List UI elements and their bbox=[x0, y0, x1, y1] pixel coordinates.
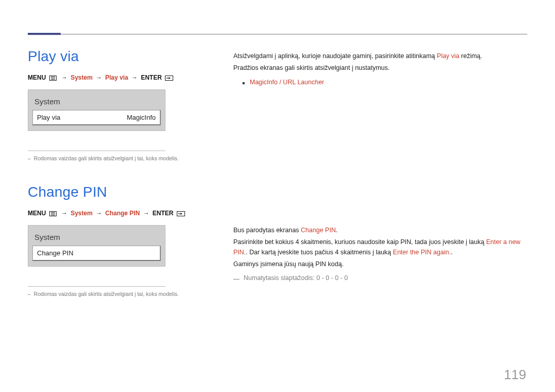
panel-title: System bbox=[32, 231, 161, 246]
arrow-icon: → bbox=[96, 74, 102, 81]
para-screen: Bus parodytas ekranas Change PIN. bbox=[233, 226, 527, 235]
manual-page: Play via MENU → System → Play via → ENTE… bbox=[0, 0, 555, 392]
enter-icon bbox=[177, 211, 185, 218]
note-text: Numatytasis slaptažodis: 0 - 0 - 0 - 0 bbox=[244, 274, 348, 282]
header-divider bbox=[28, 34, 527, 34]
menu-label: MENU bbox=[28, 74, 46, 81]
text: . bbox=[451, 249, 452, 256]
panel-row-change-pin: Change PIN bbox=[32, 246, 161, 261]
enter-icon bbox=[165, 75, 173, 82]
system-panel-play-via: System Play via MagicInfo bbox=[28, 89, 165, 131]
svg-rect-11 bbox=[178, 213, 180, 214]
system-panel-change-pin: System Change PIN bbox=[28, 225, 165, 267]
text: . Dar kartą įveskite tuos pačius 4 skait… bbox=[246, 249, 393, 256]
path-system: System bbox=[70, 210, 92, 217]
para-enter-pin: Pasirinkite bet kokius 4 skaitmenis, kur… bbox=[233, 237, 527, 257]
text: režimą. bbox=[459, 52, 482, 60]
note-text: Rodomas vaizdas gali skirtis atsižvelgia… bbox=[34, 291, 179, 297]
left-column: Play via MENU → System → Play via → ENTE… bbox=[28, 48, 209, 297]
default-password-note: Numatytasis slaptažodis: 0 - 0 - 0 - 0 bbox=[233, 274, 527, 282]
arrow-icon: → bbox=[61, 74, 67, 81]
arrow-icon: → bbox=[61, 210, 67, 217]
enter-label: ENTER bbox=[153, 210, 174, 217]
bullet-text: MagicInfo / URL Launcher bbox=[250, 79, 324, 86]
page-number: 119 bbox=[504, 367, 526, 383]
path-system: System bbox=[70, 74, 92, 81]
note-text: Rodomas vaizdas gali skirtis atsižvelgia… bbox=[34, 155, 179, 161]
right-column: Atsižvelgdami į aplinką, kurioje naudoja… bbox=[233, 48, 527, 297]
dash-icon: – bbox=[28, 155, 31, 161]
section-change-pin: Change PIN MENU → System → Change PIN → … bbox=[28, 184, 209, 297]
model-note: –Rodomas vaizdas gali skirtis atsižvelgi… bbox=[28, 155, 202, 161]
hl-change-pin: Change PIN bbox=[301, 227, 336, 234]
arrow-icon: → bbox=[143, 210, 149, 217]
menu-path-change-pin: MENU → System → Change PIN → ENTER bbox=[28, 210, 209, 218]
bullet-icon bbox=[243, 82, 245, 84]
text: Atsižvelgdami į aplinką, kurioje naudoja… bbox=[233, 52, 437, 60]
arrow-icon: → bbox=[96, 210, 102, 217]
dash-icon: – bbox=[28, 291, 31, 297]
para-remember: Gaminys įsimena jūsų naują PIN kodą. bbox=[233, 259, 527, 269]
menu-icon bbox=[49, 75, 57, 82]
arrow-icon: → bbox=[132, 74, 138, 81]
hl-enter-pin-again: Enter the PIN again. bbox=[393, 249, 451, 256]
hl-play-via: Play via bbox=[437, 52, 459, 60]
section-heading-play-via: Play via bbox=[28, 48, 209, 65]
row-value: MagicInfo bbox=[127, 114, 156, 121]
svg-rect-5 bbox=[166, 78, 168, 78]
enter-label: ENTER bbox=[141, 74, 162, 81]
panel-row-play-via: Play via MagicInfo bbox=[32, 110, 161, 125]
panel-title: System bbox=[32, 95, 161, 110]
header-rule bbox=[28, 30, 527, 35]
content-columns: Play via MENU → System → Play via → ENTE… bbox=[28, 48, 527, 297]
menu-path-play-via: MENU → System → Play via → ENTER bbox=[28, 74, 209, 82]
para-home: Pradžios ekranas gali skirtis atsižvelgi… bbox=[233, 63, 527, 73]
path-change-pin: Change PIN bbox=[105, 210, 140, 217]
row-label: Change PIN bbox=[37, 249, 73, 257]
row-label: Play via bbox=[37, 114, 61, 121]
text: . bbox=[336, 227, 337, 234]
model-note: –Rodomas vaizdas gali skirtis atsižvelgi… bbox=[28, 291, 202, 297]
menu-icon bbox=[49, 211, 57, 218]
menu-label: MENU bbox=[28, 210, 46, 217]
section-heading-change-pin: Change PIN bbox=[28, 184, 209, 200]
bullet-magicinfo: MagicInfo / URL Launcher bbox=[233, 79, 527, 86]
right-block-change-pin: Bus parodytas ekranas Change PIN. Pasiri… bbox=[233, 226, 527, 282]
path-play-via: Play via bbox=[105, 74, 128, 81]
divider bbox=[28, 151, 165, 151]
text: Pasirinkite bet kokius 4 skaitmenis, kur… bbox=[233, 238, 486, 246]
note-bar-icon bbox=[233, 279, 239, 282]
para-env: Atsižvelgdami į aplinką, kurioje naudoja… bbox=[233, 51, 527, 61]
divider bbox=[28, 286, 165, 287]
text: Bus parodytas ekranas bbox=[233, 227, 301, 234]
